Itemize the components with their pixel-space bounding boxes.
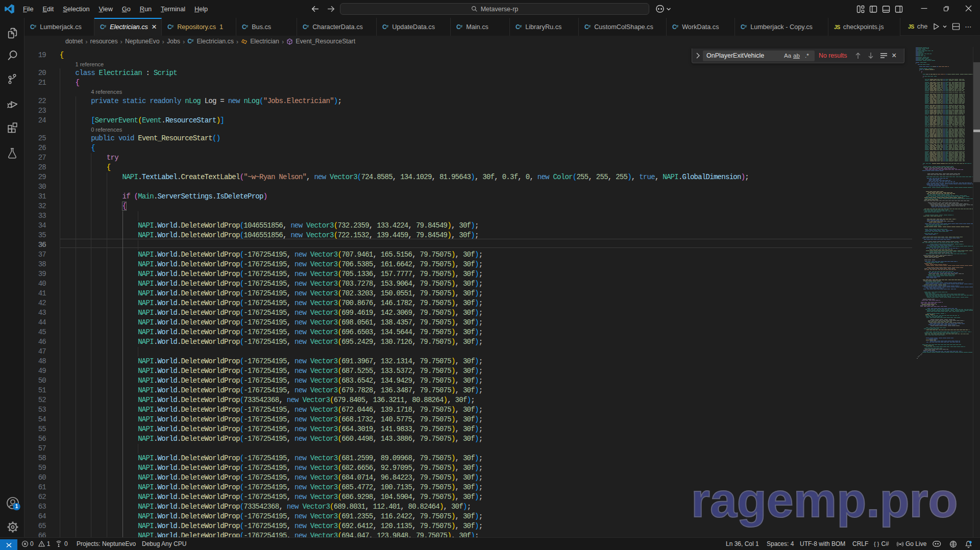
svg-text:1: 1 — [15, 504, 18, 509]
